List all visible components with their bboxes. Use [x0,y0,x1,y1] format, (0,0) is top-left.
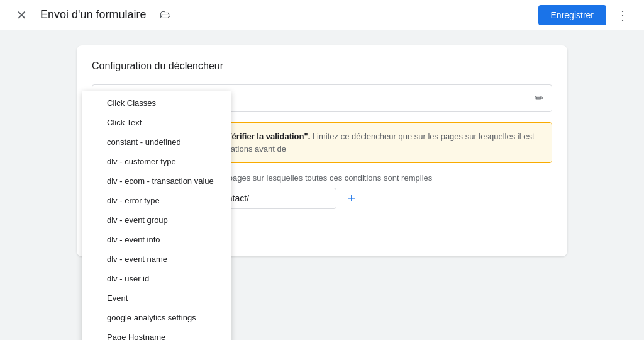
dropdown-item-dlv-user-id[interactable]: dlv - user id [82,269,231,288]
page-title: Envoi d'un formulaire [40,8,147,21]
dropdown-menu: Click ClassesClick Textconstant - undefi… [82,91,231,340]
dropdown-item-click-classes[interactable]: Click Classes [82,93,231,113]
dropdown-item-label: dlv - event group [107,215,168,225]
dropdown-item-label: dlv - error type [107,196,160,205]
dropdown-item-google-analytics-settings[interactable]: google analytics settings [82,308,231,327]
dropdown-item-click-text[interactable]: Click Text [82,113,231,132]
dropdown-item-label: dlv - event info [107,235,160,244]
card-title: Configuration du déclencheur [92,60,552,72]
top-bar: ✕ Envoi d'un formulaire 🗁 Enregistrer ⋮ [0,0,644,30]
close-button[interactable]: ✕ [10,4,33,26]
dropdown-item-event[interactable]: Event [82,288,231,308]
top-bar-left: ✕ Envoi d'un formulaire 🗁 [10,4,177,26]
dropdown-item-dlv-ecom-transaction[interactable]: dlv - ecom - transaction value [82,171,231,191]
dropdown-item-label: dlv - customer type [107,157,176,166]
dropdown-item-label: Event [107,293,128,303]
add-condition-button[interactable]: + [341,188,362,208]
dropdown-item-label: dlv - event name [107,254,167,264]
dropdown-item-label: constant - undefined [107,137,181,147]
dropdown-item-label: google analytics settings [107,313,196,322]
dropdown-item-dlv-customer-type[interactable]: dlv - customer type [82,152,231,171]
more-button[interactable]: ⋮ [611,4,634,26]
main-content: Configuration du déclencheur ✏ "Utiliser… [0,30,644,271]
dropdown-item-constant-undefined[interactable]: constant - undefined [82,132,231,152]
dropdown-item-label: Click Text [107,118,142,127]
dropdown-item-label: dlv - user id [107,274,149,283]
top-bar-right: Enregistrer ⋮ [538,4,634,26]
save-button[interactable]: Enregistrer [538,5,606,25]
dropdown-item-dlv-error-type[interactable]: dlv - error type [82,191,231,210]
dropdown-item-dlv-event-info[interactable]: dlv - event info [82,230,231,249]
dropdown-item-label: Click Classes [107,98,156,108]
dropdown-item-label: dlv - ecom - transaction value [107,176,214,186]
dropdown-item-page-hostname[interactable]: Page Hostname [82,327,231,340]
dropdown-item-dlv-event-name[interactable]: dlv - event name [82,249,231,269]
folder-button[interactable]: 🗁 [154,4,177,26]
dropdown-item-label: Page Hostname [107,332,165,340]
dropdown-item-dlv-event-group[interactable]: dlv - event group [82,210,231,230]
edit-icon[interactable]: ✏ [535,91,544,105]
